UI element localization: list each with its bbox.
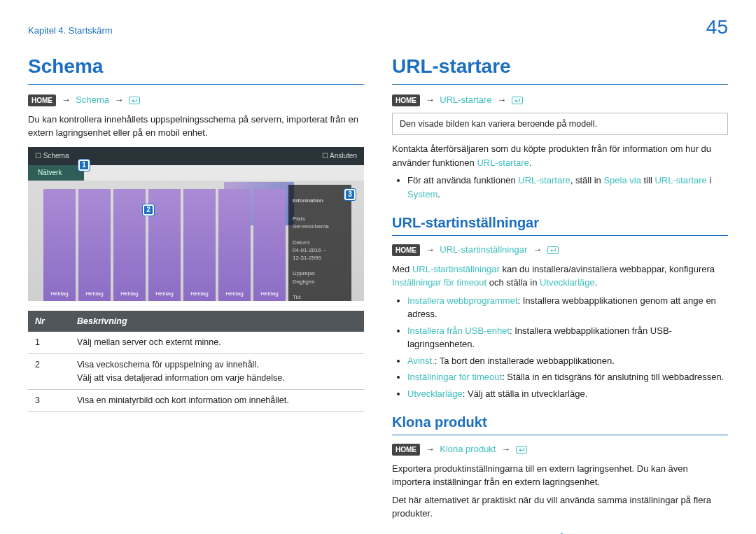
breadcrumb-urlsettings: HOME → URL-startinställningar → xyxy=(392,243,728,257)
breadcrumb-schema: HOME → Schema → xyxy=(28,93,364,107)
right-column: URL-startare HOME → URL-startare → Den v… xyxy=(392,52,728,534)
bullet: För att använda funktionen URL-startare,… xyxy=(407,174,728,201)
table-row: 1 Välj mellan server och externt minne. xyxy=(28,332,364,353)
home-badge: HOME xyxy=(392,444,420,456)
breadcrumb-link: Schema xyxy=(76,94,109,105)
description-table: Nr Beskrivning 1 Välj mellan server och … xyxy=(28,311,364,412)
bullet: Installera webbprogrammet: Installera we… xyxy=(407,294,728,321)
th-desc: Beskrivning xyxy=(70,311,364,332)
callout-2: 2 xyxy=(143,204,154,216)
callout-1: 1 xyxy=(78,160,90,171)
para: Med URL-startinställningar kan du instal… xyxy=(392,262,728,290)
page-number: 45 xyxy=(706,13,728,42)
ss-day: Heldag xyxy=(78,189,111,301)
page-header: Kapitel 4. Startskärm 45 xyxy=(28,13,728,42)
ss-title: Schema xyxy=(43,152,69,160)
ss-day: Heldag 2 xyxy=(148,189,181,301)
home-badge: HOME xyxy=(392,94,420,106)
ss-info-panel: Information 3 Plats Serverschema Datum: … xyxy=(288,185,351,301)
schema-screenshot: ☐ Schema ☐ Ansluten Nätverk 1 Heldag Hel… xyxy=(28,147,364,301)
schema-intro: Du kan kontrollera innehållets uppspelni… xyxy=(28,113,364,140)
table-row: 3 Visa en miniatyrbild och kort informat… xyxy=(28,389,364,412)
ss-day: Heldag xyxy=(113,189,146,301)
section-title-urlstartare: URL-startare xyxy=(392,52,728,85)
bullet: Avinst.: Ta bort den installerade webbap… xyxy=(407,354,728,368)
para: Exportera produktinställningarna till en… xyxy=(392,462,728,489)
bullet: Installera från USB-enhet: Installera we… xyxy=(407,324,728,351)
table-row: 2 Visa veckoschema för uppspelning av in… xyxy=(28,354,364,390)
ss-day: Heldag xyxy=(253,189,286,301)
home-badge: HOME xyxy=(392,244,420,256)
breadcrumb-klona: HOME → Klona produkt → xyxy=(392,442,728,456)
enter-icon xyxy=(129,97,140,104)
home-badge: HOME xyxy=(28,94,56,106)
breadcrumb-urlstartare: HOME → URL-startare → xyxy=(392,93,728,107)
ss-day: Heldag xyxy=(218,189,251,301)
ss-network-tab: Nätverk 1 xyxy=(28,165,84,181)
note-box: Den visade bilden kan variera beroende p… xyxy=(392,113,728,136)
ss-day: Heldag xyxy=(43,189,76,301)
callout-3: 3 xyxy=(344,189,356,200)
section-title-klona: Klona produkt xyxy=(392,412,728,435)
enter-icon xyxy=(547,246,559,254)
section-title-urlsettings: URL-startinställningar xyxy=(392,212,728,236)
bullet: Utvecklarläge: Välj att ställa in utveck… xyxy=(407,387,728,401)
para: Det här alternativet är praktiskt när du… xyxy=(392,493,728,521)
enter-icon xyxy=(512,97,523,104)
breadcrumb-link: Klona produkt xyxy=(440,444,496,454)
section-title-schema: Schema xyxy=(28,52,364,85)
chapter-label: Kapitel 4. Startskärm xyxy=(28,24,113,38)
left-column: Schema HOME → Schema → Du kan kontroller… xyxy=(28,52,364,534)
bullet: Inställningar för timeout: Ställa in en … xyxy=(407,370,728,384)
breadcrumb-link: URL-startinställningar xyxy=(440,244,527,255)
breadcrumb-link: URL-startare xyxy=(440,94,491,105)
ss-day: Heldag xyxy=(183,189,216,301)
subsection-title: När en kopia av en fil inte hittas på de… xyxy=(392,531,728,534)
enter-icon xyxy=(516,446,527,454)
th-nr: Nr xyxy=(28,311,70,332)
para: Kontakta återförsäljaren som du köpte pr… xyxy=(392,142,728,169)
ss-connected: ☐ Ansluten xyxy=(322,150,357,161)
